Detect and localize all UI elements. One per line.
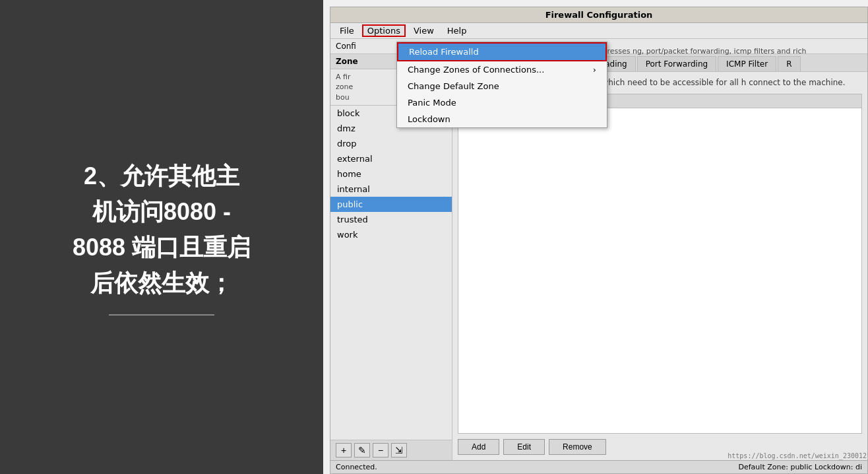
window-titlebar: Firewall Configuration (330, 7, 867, 23)
dropdown-reload[interactable]: Reload Firewalld (397, 42, 607, 61)
zone-item-home[interactable]: home (330, 166, 452, 182)
add-button[interactable]: Add (458, 439, 499, 455)
menu-help[interactable]: Help (442, 24, 472, 37)
left-panel: 2、允许其他主 机访问8080 - 8088 端口且重启 后依然生效； (0, 0, 323, 474)
menu-options[interactable]: Options (362, 24, 406, 37)
window-title: Firewall Configuration (545, 10, 653, 20)
edit-button[interactable]: Edit (503, 439, 545, 455)
right-panel: Firewall Configuration File Options View… (323, 0, 868, 474)
menubar: File Options View Help (330, 23, 867, 39)
dropdown-change-zones[interactable]: Change Zones of Connections... › (397, 61, 607, 78)
dropdown-change-default[interactable]: Change Default Zone (397, 78, 607, 94)
status-right: Default Zone: public Lockdown: di (739, 463, 863, 471)
ports-table: Port Protocol 8080-8088tcp (458, 94, 862, 434)
zone-item-trusted[interactable]: trusted (330, 212, 452, 227)
zone-item-drop[interactable]: drop (330, 136, 452, 151)
tab-r[interactable]: R (778, 56, 800, 71)
firewall-window: Firewall Configuration File Options View… (330, 7, 868, 474)
tab-port-forwarding[interactable]: Port Forwarding (637, 56, 716, 71)
zone-add-button[interactable]: + (336, 443, 352, 457)
zone-export-button[interactable]: ⇲ (391, 443, 407, 457)
zone-item-internal[interactable]: internal (330, 182, 452, 197)
zone-edit-button[interactable]: ✎ (354, 443, 370, 457)
menu-file[interactable]: File (334, 24, 359, 37)
zone-toolbar: + ✎ − ⇲ (330, 440, 452, 460)
status-left: Connected. (336, 463, 377, 471)
zone-remove-button[interactable]: − (373, 443, 388, 457)
watermark: https://blog.csdn.net/weixin_230012 (728, 452, 867, 459)
zone-item-external[interactable]: external (330, 151, 452, 166)
dropdown-lockdown[interactable]: Lockdown (397, 111, 607, 127)
zone-item-public[interactable]: public (330, 197, 452, 212)
zone-item-work[interactable]: work (330, 227, 452, 242)
statusbar: Connected. Default Zone: public Lockdown… (330, 460, 867, 473)
zone-list: blockdmzdropexternalhomeinternalpublictr… (330, 106, 452, 440)
tab-content: Add additional ports or port ranges, whi… (452, 72, 867, 460)
tab-icmp-filter[interactable]: ICMP Filter (718, 56, 776, 71)
dropdown-panic-mode[interactable]: Panic Mode (397, 94, 607, 111)
chinese-description: 2、允许其他主 机访问8080 - 8088 端口且重启 后依然生效； (73, 158, 251, 301)
remove-button[interactable]: Remove (549, 439, 606, 455)
options-dropdown: Reload Firewalld Change Zones of Connect… (396, 42, 607, 128)
divider (109, 314, 214, 316)
menu-view[interactable]: View (408, 24, 439, 37)
